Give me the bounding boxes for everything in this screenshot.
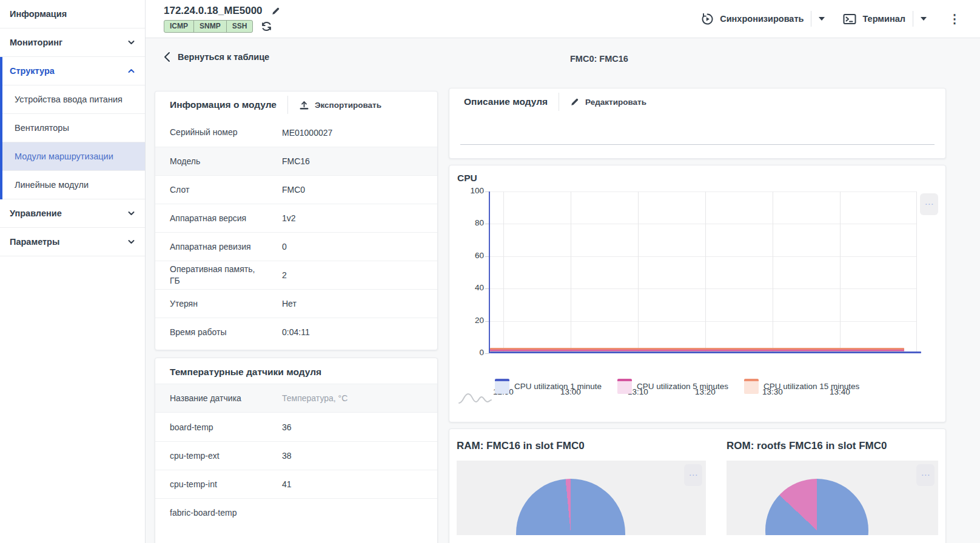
- back-to-table-button[interactable]: Вернуться к таблице: [164, 52, 269, 62]
- row-value: FMC16: [282, 156, 310, 166]
- row-label: Аппаратная версия: [170, 213, 282, 224]
- table-row: Аппаратная версия1v2: [155, 204, 437, 232]
- chevron-down-icon: [127, 211, 135, 216]
- sidebar-item-label: Информация: [10, 9, 67, 19]
- sensor-name: board-temp: [170, 422, 282, 432]
- temp-sensors-card: Температурные датчики модуля Название да…: [155, 358, 438, 543]
- gridline-v: [503, 192, 504, 353]
- sidebar-item-label: Устройства ввода питания: [15, 95, 122, 104]
- sidebar-item-sub[interactable]: Модули маршрутизации: [2, 142, 145, 171]
- row-label: Время работы: [170, 327, 282, 338]
- sidebar-item-label: Параметры: [10, 237, 59, 247]
- description-title: Описание модуля: [464, 96, 548, 107]
- edit-device-pencil-icon[interactable]: [271, 6, 281, 16]
- gridline-v: [773, 192, 773, 353]
- sensor-name: fabric-board-temp: [170, 508, 282, 518]
- table-row: fabric-board-temp: [155, 498, 437, 527]
- temp-col-name: Название датчика: [170, 393, 282, 403]
- rom-chart-more-button[interactable]: [916, 464, 935, 486]
- sidebar-item-label: Структура: [10, 66, 55, 76]
- temp-col-value: Температура, °C: [282, 393, 347, 403]
- device-name: 172.24.0.18_ME5000: [164, 5, 263, 17]
- module-info-card: Информация о модуле Экспортировать Серий…: [155, 91, 438, 350]
- series-line: [490, 351, 921, 353]
- ram-chart-title: RAM: FMC16 in slot FMC0: [457, 440, 706, 452]
- table-row: Аппаратная ревизия0: [155, 232, 437, 261]
- back-chevron-icon: [164, 52, 170, 62]
- terminal-label: Терминал: [862, 14, 905, 24]
- top-header: 172.24.0.18_ME5000 ICMPSNMPSSH: [146, 0, 980, 38]
- memory-charts-card: RAM: FMC16 in slot FMC0 ROM: rootfs FMC1…: [449, 428, 946, 543]
- divider: [811, 11, 811, 27]
- edit-pencil-icon: [570, 97, 580, 107]
- legend-label: CPU utilization 5 minutes: [637, 382, 728, 391]
- table-row: board-temp36: [155, 413, 437, 441]
- sidebar-item-sub[interactable]: Вентиляторы: [2, 114, 145, 142]
- rom-chart-block: ROM: rootfs FMC16 in slot FMC0: [727, 435, 938, 535]
- legend-item[interactable]: CPU utilization 5 minutes: [617, 379, 728, 394]
- rom-chart-area: [727, 461, 938, 535]
- y-axis-tick-label: 0: [457, 348, 484, 357]
- sidebar-item-sub[interactable]: Линейные модули: [2, 171, 145, 199]
- sidebar-item-top[interactable]: Управление: [0, 199, 145, 228]
- divider: [559, 93, 559, 111]
- edit-label: Редактировать: [585, 98, 646, 107]
- refresh-status-button[interactable]: [261, 21, 272, 32]
- sidebar-item-label: Управление: [10, 208, 62, 218]
- sidebar-item-sub[interactable]: Устройства ввода питания: [2, 85, 145, 114]
- cpu-plot-area: 02040608010012:5013:0013:1013:2013:3013:…: [489, 192, 916, 353]
- gridline-h: [489, 256, 916, 257]
- y-axis-tick-label: 40: [457, 283, 484, 292]
- row-value: FMC0: [282, 185, 305, 195]
- sidebar-item-top[interactable]: Параметры: [0, 228, 145, 256]
- table-row: Время работы0:04:11: [155, 318, 437, 346]
- divider: [913, 11, 913, 27]
- sidebar-item-top[interactable]: Мониторинг: [0, 28, 145, 57]
- sidebar-item-label: Линейные модули: [15, 180, 89, 190]
- export-button[interactable]: Экспортировать: [299, 100, 381, 110]
- ram-chart-more-button[interactable]: [684, 464, 702, 486]
- legend-item[interactable]: CPU utilization 15 minutes: [744, 379, 859, 394]
- y-axis-tick-label: 80: [457, 218, 484, 227]
- legend-swatch: [617, 379, 632, 394]
- row-value: 0: [282, 242, 287, 252]
- row-label: Утерян: [170, 298, 282, 310]
- rom-chart-title: ROM: rootfs FMC16 in slot FMC0: [727, 440, 938, 452]
- sidebar-item-top[interactable]: Структура: [2, 57, 145, 85]
- gridline-v: [638, 192, 639, 353]
- y-axis-tick-label: 100: [457, 186, 484, 195]
- temp-sensors-title: Температурные датчики модуля: [155, 358, 437, 384]
- sidebar-item-top[interactable]: Информация: [0, 0, 145, 28]
- row-label: Аппаратная ревизия: [170, 241, 282, 253]
- legend-swatch: [495, 379, 509, 394]
- table-row: УтерянНет: [155, 289, 437, 318]
- row-value: ME01000027: [282, 128, 332, 138]
- series-line: [490, 349, 904, 351]
- module-info-title: Информация о модуле: [170, 99, 277, 110]
- gridline-h: [489, 224, 916, 224]
- edit-description-button[interactable]: Редактировать: [570, 97, 646, 107]
- row-label: Серийный номер: [170, 127, 282, 138]
- sensor-name: cpu-temp-ext: [170, 451, 282, 461]
- synchronize-button[interactable]: Синхронизировать: [701, 13, 804, 25]
- table-row: СлотFMC0: [155, 175, 437, 204]
- synchronize-dropdown-caret[interactable]: [819, 17, 825, 21]
- module-info-table: Серийный номерME01000027МодельFMC16СлотF…: [155, 118, 437, 346]
- terminal-button[interactable]: Терминал: [843, 13, 905, 25]
- y-axis-tick-label: 20: [457, 316, 484, 325]
- sidebar-item-label: Мониторинг: [10, 38, 62, 47]
- cpu-chart-more-button[interactable]: [920, 193, 938, 215]
- sensor-name: cpu-temp-int: [170, 479, 282, 489]
- chevron-up-icon: [127, 68, 135, 73]
- brush-zoom-icon[interactable]: [458, 391, 492, 404]
- row-value: 0:04:11: [282, 327, 310, 337]
- terminal-dropdown-caret[interactable]: [921, 17, 927, 21]
- row-label: Оперативная память, ГБ: [170, 264, 282, 287]
- legend-item[interactable]: CPU utilization 1 minute: [495, 379, 602, 394]
- slot-context-label: FMC0: FMC16: [570, 54, 628, 64]
- gridline-v: [840, 192, 841, 353]
- export-label: Экспортировать: [315, 101, 381, 110]
- row-label: Модель: [170, 156, 282, 167]
- sync-icon: [701, 13, 714, 25]
- kebab-menu-icon[interactable]: [945, 10, 964, 27]
